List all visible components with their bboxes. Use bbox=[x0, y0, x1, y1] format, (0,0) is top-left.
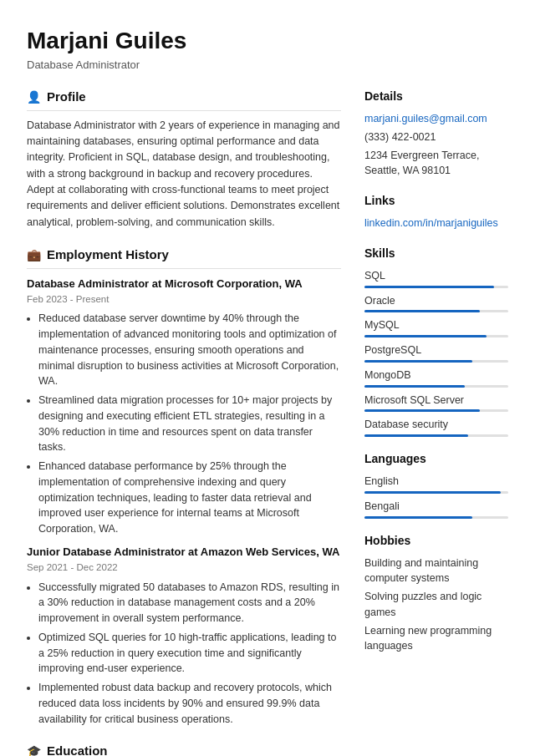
job-bullet-0-2: Enhanced database performance by 25% thr… bbox=[38, 459, 341, 537]
skill-bar-fill-5 bbox=[364, 409, 480, 412]
skill-bar-fill-4 bbox=[364, 385, 465, 388]
left-column: 👤 Profile Database Administrator with 2 … bbox=[27, 88, 341, 756]
skill-label-3: PostgreSQL bbox=[364, 342, 508, 358]
jobs-container: Database Administrator at Microsoft Corp… bbox=[27, 276, 341, 728]
skill-label-6: Database security bbox=[364, 417, 508, 433]
skill-bar-bg-3 bbox=[364, 360, 508, 363]
skill-bar-fill-1 bbox=[364, 310, 480, 312]
skill-row-3: PostgreSQL bbox=[364, 342, 508, 363]
skill-bar-bg-4 bbox=[364, 385, 508, 388]
hobbies-section: Hobbies Building and maintaining compute… bbox=[364, 532, 508, 655]
skills-container: SQLOracleMySQLPostgreSQLMongoDBMicrosoft… bbox=[364, 268, 508, 437]
skills-title: Skills bbox=[364, 245, 508, 262]
skill-label-1: Oracle bbox=[364, 293, 508, 309]
employment-icon: 💼 bbox=[27, 246, 41, 264]
skills-section: Skills SQLOracleMySQLPostgreSQLMongoDBMi… bbox=[364, 245, 508, 437]
hobby-1: Solving puzzles and logic games bbox=[364, 589, 508, 621]
header: Marjani Guiles Database Administrator bbox=[27, 27, 508, 73]
profile-title: 👤 Profile bbox=[27, 88, 341, 111]
skill-label-0: SQL bbox=[364, 268, 508, 284]
skill-bar-bg-0 bbox=[364, 286, 508, 288]
languages-container: EnglishBengali bbox=[364, 474, 508, 519]
hobbies-title: Hobbies bbox=[364, 532, 508, 550]
lang-bar-bg-1 bbox=[364, 516, 508, 519]
skill-row-4: MongoDB bbox=[364, 368, 508, 388]
hobby-2: Learning new programming languages bbox=[364, 623, 508, 655]
skill-bar-bg-1 bbox=[364, 310, 508, 312]
job-bullet-0-1: Streamlined data migration processes for… bbox=[38, 393, 341, 455]
skill-bar-bg-6 bbox=[364, 434, 508, 437]
profile-text: Database Administrator with 2 years of e… bbox=[27, 118, 341, 231]
skill-bar-fill-2 bbox=[364, 335, 487, 337]
lang-bar-fill-0 bbox=[364, 491, 501, 494]
job-date-0: Feb 2023 - Present bbox=[27, 292, 341, 307]
skill-row-1: Oracle bbox=[364, 293, 508, 313]
hobby-0: Building and maintaining computer system… bbox=[364, 556, 508, 587]
lang-bar-fill-1 bbox=[364, 516, 472, 519]
linkedin-link[interactable]: linkedin.com/in/marjaniguiles bbox=[364, 216, 508, 231]
page: Marjani Guiles Database Administrator 👤 … bbox=[0, 0, 535, 756]
employment-title: 💼 Employment History bbox=[27, 246, 341, 269]
links-title: Links bbox=[364, 192, 508, 210]
lang-label-0: English bbox=[364, 474, 508, 490]
education-section: 🎓 Education Bachelor of Science in Datab… bbox=[27, 742, 341, 756]
education-title: 🎓 Education bbox=[27, 742, 341, 756]
hobbies-container: Building and maintaining computer system… bbox=[364, 556, 508, 655]
job-bullet-0-0: Reduced database server downtime by 40% … bbox=[38, 311, 341, 389]
job-bullets-0: Reduced database server downtime by 40% … bbox=[27, 311, 341, 537]
job-bullet-1-2: Implemented robust data backup and recov… bbox=[38, 680, 341, 727]
skill-bar-fill-0 bbox=[364, 286, 494, 288]
education-icon: 🎓 bbox=[27, 743, 41, 756]
profile-icon: 👤 bbox=[27, 89, 41, 106]
job-date-1: Sep 2021 - Dec 2022 bbox=[27, 561, 341, 575]
candidate-name: Marjani Guiles bbox=[27, 27, 508, 55]
skill-bar-fill-6 bbox=[364, 434, 468, 437]
skill-bar-fill-3 bbox=[364, 360, 472, 363]
details-section: Details marjani.guiles@gmail.com (333) 4… bbox=[364, 88, 508, 179]
job-bullet-1-0: Successfully migrated 50 databases to Am… bbox=[38, 580, 341, 627]
skill-label-4: MongoDB bbox=[364, 368, 508, 383]
lang-row-1: Bengali bbox=[364, 499, 508, 519]
job-title-0: Database Administrator at Microsoft Corp… bbox=[27, 276, 341, 292]
job-title-1: Junior Database Administrator at Amazon … bbox=[27, 544, 341, 561]
skill-label-5: Microsoft SQL Server bbox=[364, 393, 508, 408]
lang-bar-bg-0 bbox=[364, 491, 508, 494]
skill-row-5: Microsoft SQL Server bbox=[364, 393, 508, 413]
links-section: Links linkedin.com/in/marjaniguiles bbox=[364, 192, 508, 231]
details-title: Details bbox=[364, 88, 508, 105]
skill-bar-bg-5 bbox=[364, 409, 508, 412]
content: 👤 Profile Database Administrator with 2 … bbox=[27, 88, 508, 756]
skill-bar-bg-2 bbox=[364, 335, 508, 337]
address-text: 1234 Evergreen Terrace, Seattle, WA 9810… bbox=[364, 148, 508, 180]
phone-text: (333) 422-0021 bbox=[364, 129, 508, 145]
candidate-subtitle: Database Administrator bbox=[27, 57, 508, 74]
skill-row-6: Database security bbox=[364, 417, 508, 437]
lang-label-1: Bengali bbox=[364, 499, 508, 515]
skill-label-2: MySQL bbox=[364, 317, 508, 333]
email-link[interactable]: marjani.guiles@gmail.com bbox=[364, 111, 508, 127]
profile-section: 👤 Profile Database Administrator with 2 … bbox=[27, 88, 341, 231]
job-bullet-1-1: Optimized SQL queries for 10 high-traffi… bbox=[38, 630, 341, 677]
employment-section: 💼 Employment History Database Administra… bbox=[27, 246, 341, 727]
languages-section: Languages EnglishBengali bbox=[364, 450, 508, 519]
languages-title: Languages bbox=[364, 450, 508, 468]
skill-row-0: SQL bbox=[364, 268, 508, 288]
skill-row-2: MySQL bbox=[364, 317, 508, 337]
lang-row-0: English bbox=[364, 474, 508, 494]
right-column: Details marjani.guiles@gmail.com (333) 4… bbox=[364, 88, 508, 756]
job-bullets-1: Successfully migrated 50 databases to Am… bbox=[27, 580, 341, 728]
